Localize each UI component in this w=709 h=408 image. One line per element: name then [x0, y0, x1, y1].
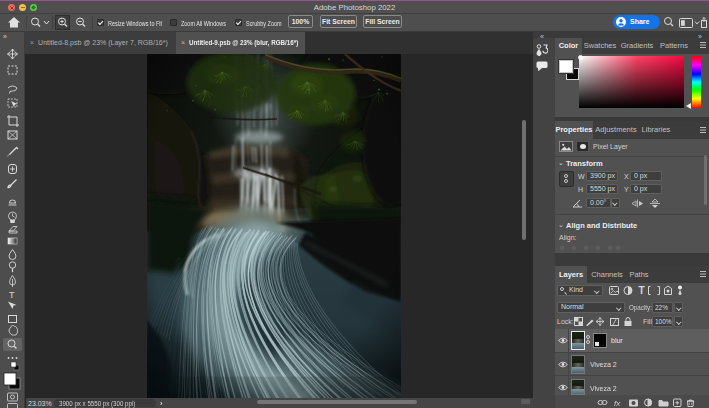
svg-text:fx: fx — [614, 399, 621, 408]
svg-text:T: T — [639, 285, 645, 296]
svg-text:T: T — [9, 290, 15, 300]
